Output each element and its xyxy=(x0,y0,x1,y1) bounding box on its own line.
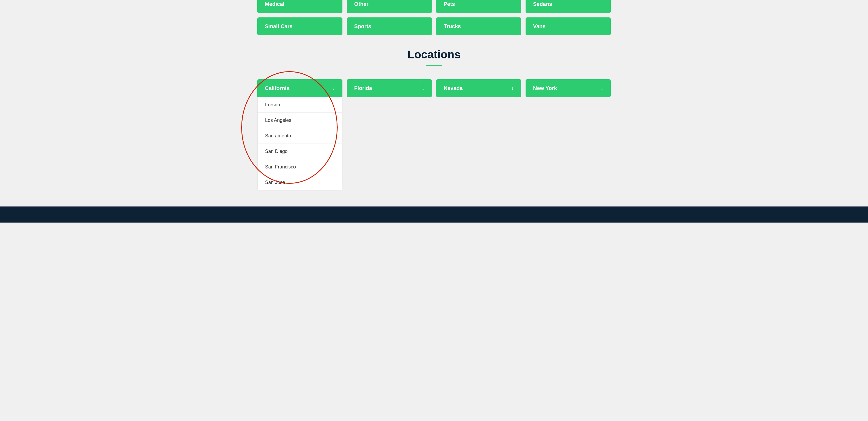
location-nevada-label: Nevada xyxy=(444,85,463,91)
location-florida-header[interactable]: Florida ↓ xyxy=(347,79,432,97)
location-nevada-header[interactable]: Nevada ↓ xyxy=(436,79,521,97)
list-item[interactable]: San Jose xyxy=(257,175,342,190)
categories-bottom: Small Cars Sports Trucks Vans xyxy=(257,18,611,35)
chevron-down-icon: ↓ xyxy=(512,85,514,91)
location-florida-label: Florida xyxy=(354,85,372,91)
category-other-btn[interactable]: Other xyxy=(347,0,432,13)
section-divider xyxy=(426,65,442,66)
category-trucks-btn[interactable]: Trucks xyxy=(436,18,521,35)
california-dropdown: Fresno Los Angeles Sacramento San Diego … xyxy=(257,97,342,190)
category-sedans-btn[interactable]: Sedans xyxy=(526,0,611,13)
locations-grid: California ↓ Fresno Los Angeles Sacramen… xyxy=(257,79,611,190)
list-item[interactable]: San Diego xyxy=(257,144,342,159)
category-medical-btn[interactable]: Medical xyxy=(257,0,342,13)
category-small-cars-btn[interactable]: Small Cars xyxy=(257,18,342,35)
locations-section: Locations California ↓ Fresno Los Angele… xyxy=(257,48,611,190)
list-item[interactable]: Sacramento xyxy=(257,128,342,144)
footer xyxy=(0,207,868,222)
list-item[interactable]: San Francisco xyxy=(257,159,342,175)
location-new-york-header[interactable]: New York ↓ xyxy=(526,79,611,97)
location-california-label: California xyxy=(265,85,289,91)
category-pets-btn[interactable]: Pets xyxy=(436,0,521,13)
location-nevada: Nevada ↓ xyxy=(436,79,521,97)
categories-top-partial: Medical Other Pets Sedans xyxy=(257,0,611,13)
chevron-down-icon: ↓ xyxy=(333,85,335,91)
page-wrapper: Medical Other Pets Sedans Small Cars Spo… xyxy=(247,0,621,190)
category-vans-btn[interactable]: Vans xyxy=(526,18,611,35)
location-new-york-label: New York xyxy=(533,85,557,91)
location-florida: Florida ↓ xyxy=(347,79,432,97)
list-item[interactable]: Los Angeles xyxy=(257,113,342,128)
chevron-down-icon: ↓ xyxy=(422,85,424,91)
location-california: California ↓ Fresno Los Angeles Sacramen… xyxy=(257,79,342,190)
category-sports-btn[interactable]: Sports xyxy=(347,18,432,35)
list-item[interactable]: Fresno xyxy=(257,97,342,113)
location-california-header[interactable]: California ↓ xyxy=(257,79,342,97)
chevron-down-icon: ↓ xyxy=(601,85,603,91)
locations-title: Locations xyxy=(257,48,611,61)
location-new-york: New York ↓ xyxy=(526,79,611,97)
